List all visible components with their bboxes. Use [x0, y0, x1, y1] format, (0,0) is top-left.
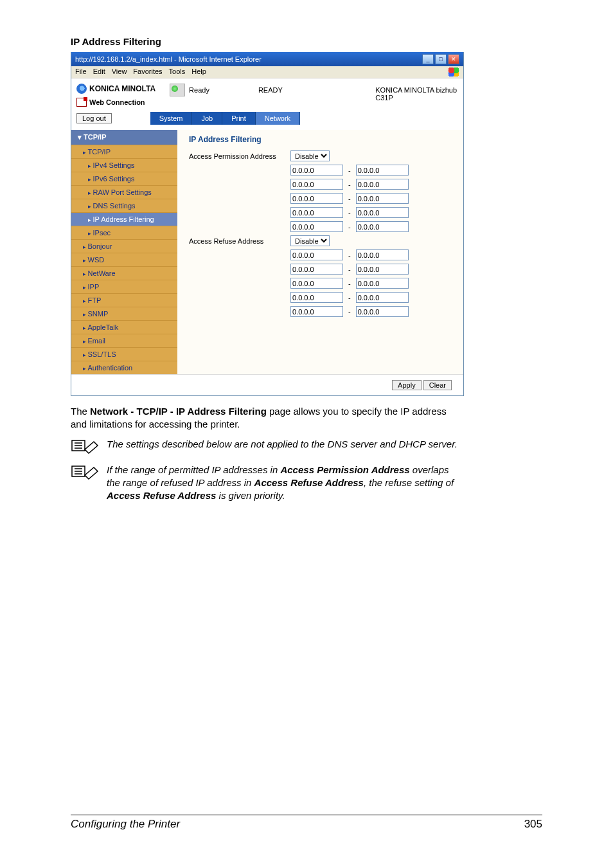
sidebar-item-bonjour[interactable]: Bonjour	[71, 239, 177, 253]
menu-edit[interactable]: Edit	[93, 68, 105, 77]
sidebar-item-wsd[interactable]: WSD	[71, 253, 177, 266]
pagescope-logo-icon	[76, 98, 87, 107]
konica-minolta-logo-icon	[76, 84, 87, 94]
sidebar-item-dns[interactable]: DNS Settings	[71, 199, 177, 212]
webconnection-label: Web Connection	[89, 98, 145, 106]
menu-tools[interactable]: Tools	[169, 68, 186, 77]
sidebar-group-tcpip[interactable]: ▾ TCP/IP	[71, 130, 177, 145]
sidebar-item-rawport[interactable]: RAW Port Settings	[71, 185, 177, 199]
browser-menubar: File Edit View Favorites Tools Help	[71, 66, 463, 78]
page-number: 305	[524, 818, 542, 831]
refuse-select[interactable]: Disable	[290, 235, 330, 246]
sidebar-item-ipv4[interactable]: IPv4 Settings	[71, 158, 177, 172]
sidebar-item-appletalk[interactable]: AppleTalk	[71, 320, 177, 334]
sidebar-item-ipp[interactable]: IPP	[71, 280, 177, 293]
window-maximize-icon[interactable]: □	[435, 54, 447, 64]
titlebar-text: http://192.168.1.2/a_index.html - Micros…	[75, 55, 262, 63]
printer-status-icon	[170, 84, 185, 96]
refuse-to-0[interactable]	[356, 249, 409, 260]
model-line1: KONICA MINOLTA bizhub	[375, 86, 457, 94]
perm-to-3[interactable]	[356, 207, 409, 218]
clear-button[interactable]: Clear	[423, 380, 452, 390]
brand-name: KONICA MINOLTA	[89, 84, 155, 93]
tab-print[interactable]: Print	[222, 112, 256, 125]
perm-to-1[interactable]	[356, 179, 409, 190]
sidebar-item-ipsec[interactable]: IPsec	[71, 226, 177, 239]
tab-network[interactable]: Network	[256, 112, 300, 125]
tab-system[interactable]: System	[150, 112, 193, 125]
sidebar-item-netware[interactable]: NetWare	[71, 266, 177, 280]
note2-text: If the range of permitted IP addresses i…	[107, 464, 463, 503]
menu-file[interactable]: File	[75, 68, 87, 77]
section-heading: IP Address Filtering	[71, 36, 542, 47]
refuse-from-4[interactable]	[290, 306, 343, 317]
sidebar-item-ipv6[interactable]: IPv6 Settings	[71, 172, 177, 185]
refuse-to-3[interactable]	[356, 292, 409, 303]
perm-to-0[interactable]	[356, 165, 409, 176]
refuse-to-2[interactable]	[356, 278, 409, 289]
browser-titlebar: http://192.168.1.2/a_index.html - Micros…	[71, 52, 463, 66]
main-panel: IP Address Filtering Access Permission A…	[177, 130, 463, 374]
menu-favorites[interactable]: Favorites	[133, 68, 162, 77]
refuse-to-4[interactable]	[356, 306, 409, 317]
description-paragraph: The Network - TCP/IP - IP Address Filter…	[71, 405, 463, 431]
perm-from-3[interactable]	[290, 207, 343, 218]
menu-view[interactable]: View	[112, 68, 127, 77]
perm-from-1[interactable]	[290, 179, 343, 190]
sidebar-item-ssltls[interactable]: SSL/TLS	[71, 347, 177, 361]
perm-from-4[interactable]	[290, 221, 343, 232]
perm-to-2[interactable]	[356, 193, 409, 204]
refuse-from-3[interactable]	[290, 292, 343, 303]
perm-to-4[interactable]	[356, 221, 409, 232]
status-ready-label: Ready	[189, 86, 209, 94]
refuse-to-1[interactable]	[356, 264, 409, 275]
status-ready-big: READY	[258, 86, 283, 94]
note1-text: The settings described below are not app…	[107, 438, 463, 457]
note-icon	[71, 464, 99, 503]
sidebar-item-ipfiltering[interactable]: IP Address Filtering	[71, 212, 177, 226]
main-title: IP Address Filtering	[189, 135, 458, 144]
refuse-label: Access Refuse Address	[189, 237, 287, 245]
windows-flag-icon	[448, 68, 459, 77]
sidebar-item-tcpip[interactable]: TCP/IP	[71, 145, 177, 158]
browser-window: http://192.168.1.2/a_index.html - Micros…	[71, 52, 464, 396]
sidebar-item-ftp[interactable]: FTP	[71, 293, 177, 307]
window-minimize-icon[interactable]: _	[422, 54, 434, 64]
apply-button[interactable]: Apply	[392, 380, 422, 390]
footer-title: Configuring the Printer	[71, 818, 180, 831]
sidebar-item-email[interactable]: Email	[71, 334, 177, 347]
note-icon	[71, 438, 99, 457]
refuse-from-0[interactable]	[290, 249, 343, 260]
refuse-from-1[interactable]	[290, 264, 343, 275]
perm-from-2[interactable]	[290, 193, 343, 204]
sidebar: ▾ TCP/IP TCP/IP IPv4 Settings IPv6 Setti…	[71, 130, 177, 374]
permission-select[interactable]: Disable	[290, 150, 330, 161]
perm-from-0[interactable]	[290, 165, 343, 176]
model-line2: C31P	[375, 94, 457, 102]
refuse-from-2[interactable]	[290, 278, 343, 289]
permission-label: Access Permission Address	[189, 152, 287, 160]
sidebar-item-authentication[interactable]: Authentication	[71, 361, 177, 374]
logout-button[interactable]: Log out	[76, 113, 112, 123]
menu-help[interactable]: Help	[191, 68, 206, 77]
window-close-icon[interactable]: ✕	[448, 54, 459, 64]
tab-job[interactable]: Job	[192, 112, 222, 125]
sidebar-item-snmp[interactable]: SNMP	[71, 307, 177, 320]
